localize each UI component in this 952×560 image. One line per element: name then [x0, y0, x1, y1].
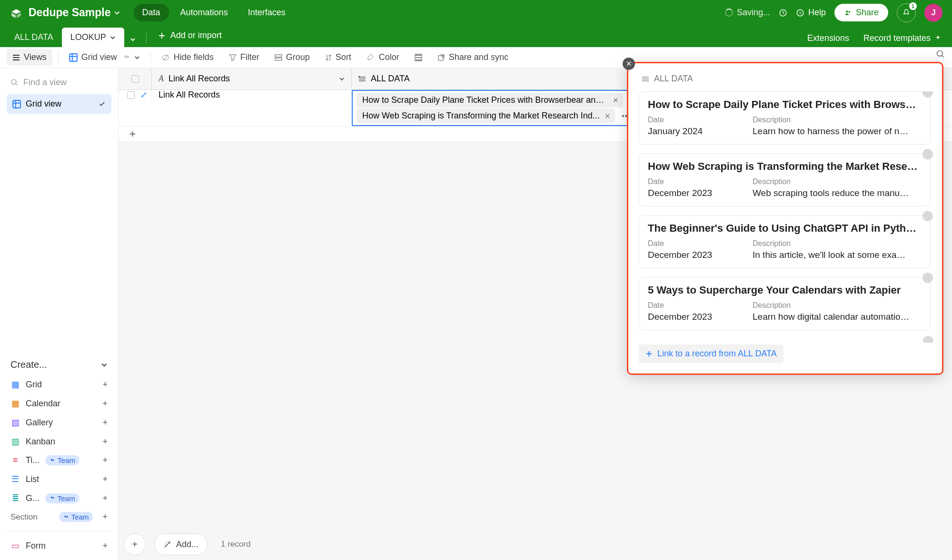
notifications-button[interactable]: 1 [897, 3, 916, 22]
linked-record-chip[interactable]: How to Scrape Daily Plane Ticket Prices … [357, 93, 623, 108]
bell-icon [902, 9, 911, 17]
nav-interfaces[interactable]: Interfaces [239, 4, 294, 21]
card-field-label: Date [648, 301, 734, 310]
text-icon: A [159, 74, 164, 84]
share-sync-label: Share and sync [449, 52, 508, 62]
unlink-record-button[interactable] [922, 149, 933, 159]
color-button[interactable]: Color [362, 49, 404, 65]
sort-button[interactable]: Sort [320, 49, 356, 65]
row-height-icon [415, 54, 422, 61]
notification-count: 1 [909, 2, 917, 10]
filter-label: Filter [240, 52, 259, 62]
create-gantt-view[interactable]: ≣G...Team+ [7, 489, 111, 508]
create-grid-view[interactable]: ▦Grid+ [7, 375, 111, 394]
create-gallery-view[interactable]: ▧Gallery+ [7, 413, 111, 432]
hide-fields-button[interactable]: Hide fields [157, 49, 218, 65]
unlink-record-button[interactable] [922, 211, 933, 221]
checkbox-icon [131, 75, 139, 83]
column-header-label: ALL DATA [371, 74, 410, 84]
linked-record-chip[interactable]: How Web Scraping is Transforming the Mar… [357, 108, 615, 123]
plus-icon: + [102, 512, 108, 522]
cell-all-data-linked[interactable]: How to Scrape Daily Plane Ticket Prices … [352, 90, 640, 126]
grid-icon: ▦ [10, 379, 20, 390]
expand-record-icon[interactable]: ⤢ [140, 90, 147, 100]
chip-label: How Web Scraping is Transforming the Mar… [362, 111, 600, 120]
find-view-input[interactable]: Find a view [7, 73, 111, 92]
team-badge: Team [59, 512, 93, 522]
close-popover-button[interactable]: ✕ [623, 58, 635, 70]
nav-automations[interactable]: Automations [172, 4, 237, 21]
user-avatar[interactable]: J [924, 4, 942, 22]
create-calendar-view[interactable]: ▦Calendar+ [7, 394, 111, 413]
filter-icon [229, 54, 237, 61]
saving-status: Saving... [725, 8, 770, 18]
svg-text:?: ? [799, 10, 802, 15]
team-icon [63, 514, 69, 520]
team-badge: Team [45, 493, 79, 503]
add-record-button[interactable]: + [124, 533, 146, 555]
record-templates-button[interactable]: Record templates [863, 33, 942, 43]
row-select-cell[interactable]: ⤢ [119, 90, 152, 100]
unlink-record-button[interactable] [922, 273, 933, 283]
unlink-record-button[interactable] [922, 91, 933, 98]
record-templates-label: Record templates [863, 33, 931, 43]
airtable-logo-icon [10, 8, 23, 18]
create-timeline-view[interactable]: ≡Ti...Team+ [7, 451, 111, 470]
unlink-record-button[interactable] [923, 336, 933, 343]
hide-fields-label: Hide fields [174, 52, 214, 62]
gallery-icon: ▧ [10, 417, 20, 428]
filter-button[interactable]: Filter [224, 49, 264, 65]
remove-chip-icon[interactable]: ✕ [613, 96, 619, 105]
help-button[interactable]: ? Help [796, 8, 826, 18]
share-button[interactable]: Share [834, 4, 888, 21]
chevron-down-icon[interactable] [114, 10, 120, 16]
table-tab-lookup-label: LOOKUP [70, 32, 106, 42]
share-icon [437, 54, 445, 61]
linked-record-card[interactable]: The Beginner's Guide to Using ChatGPT AP… [639, 215, 931, 268]
table-tab-menu-button[interactable] [124, 32, 141, 47]
svg-point-15 [53, 459, 54, 461]
create-item-label: Ti... [26, 455, 40, 465]
linked-record-card[interactable]: How Web Scraping is Transforming the Mar… [639, 153, 931, 206]
nav-data[interactable]: Data [134, 4, 169, 21]
plus-icon: + [102, 380, 108, 390]
base-name[interactable]: Dedupe Sample [29, 6, 111, 19]
search-button[interactable] [936, 49, 945, 59]
add-with-ai-button[interactable]: Add... [154, 533, 208, 555]
create-item-label: Calendar [26, 399, 60, 409]
cell-link-all-records[interactable]: Link All Records [152, 90, 352, 100]
create-list-view[interactable]: ☰List+ [7, 470, 111, 489]
card-field-label: Description [753, 116, 910, 124]
remove-chip-icon[interactable]: ✕ [605, 112, 611, 120]
extensions-button[interactable]: Extensions [807, 33, 849, 43]
link-to-record-button[interactable]: Link to a record from ALL DATA [639, 344, 783, 363]
create-section-toggle[interactable]: Create... [7, 354, 111, 375]
linked-record-card[interactable]: 5 Ways to Supercharge Your Calendars wit… [639, 277, 931, 330]
add-or-import-button[interactable]: Add or import [151, 26, 228, 45]
svg-point-17 [53, 497, 54, 499]
create-section[interactable]: SectionTeam+ [7, 508, 111, 526]
group-icon [275, 54, 282, 61]
table-tab-lookup[interactable]: LOOKUP [62, 28, 124, 47]
view-item-grid-view[interactable]: Grid view [7, 94, 111, 114]
views-toggle-button[interactable]: Views [7, 49, 52, 66]
create-kanban-view[interactable]: ▥Kanban+ [7, 432, 111, 451]
group-button[interactable]: Group [270, 49, 315, 65]
linked-record-card[interactable]: How to Scrape Daily Plane Ticket Prices … [639, 91, 931, 145]
row-height-button[interactable] [410, 51, 427, 64]
create-item-label: Kanban [26, 437, 55, 447]
chevron-down-icon [134, 55, 140, 60]
link-to-record-label: Link to a record from ALL DATA [657, 349, 777, 359]
select-all-cell[interactable] [119, 68, 152, 89]
search-icon [10, 79, 19, 87]
share-sync-button[interactable]: Share and sync [433, 49, 513, 65]
column-header-label: Link All Records [169, 74, 230, 84]
wand-icon [163, 540, 171, 549]
history-icon[interactable] [779, 9, 787, 17]
card-title: 5 Ways to Supercharge Your Calendars wit… [648, 284, 922, 296]
table-tab-all-data[interactable]: ALL DATA [6, 28, 62, 47]
sort-label: Sort [336, 52, 351, 62]
current-view-button[interactable]: Grid view [64, 49, 145, 65]
column-header-link-all-records[interactable]: A Link All Records [152, 68, 352, 89]
create-form-view[interactable]: ▭Form+ [7, 536, 111, 555]
